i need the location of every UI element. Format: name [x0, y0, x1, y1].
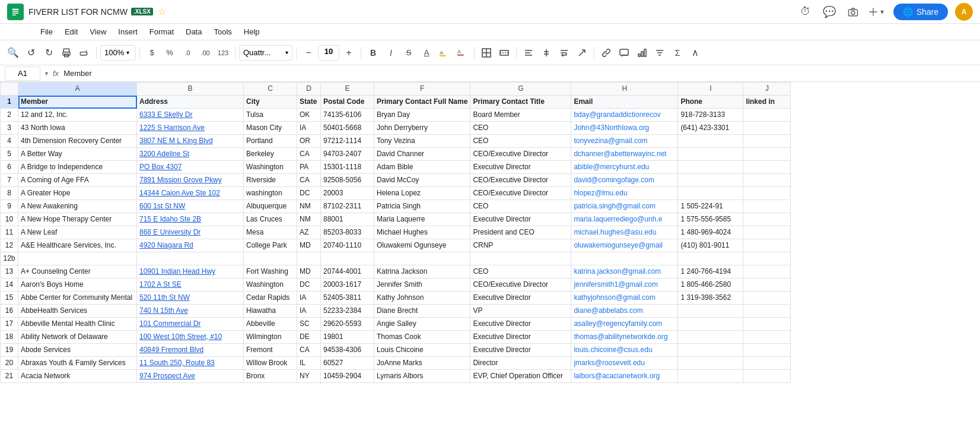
filter-btn[interactable] — [651, 45, 668, 61]
cell-G-3[interactable]: CEO — [470, 122, 571, 135]
cell-B-20[interactable]: 11 South 250, Route 83 — [137, 357, 244, 370]
cell-H-4[interactable]: tonyvezina@gmail.com — [571, 135, 678, 148]
formula-input[interactable] — [63, 66, 975, 81]
bold-btn[interactable]: B — [365, 45, 381, 61]
cell-J-9[interactable] — [743, 200, 791, 213]
cell-J-21[interactable] — [743, 370, 791, 383]
col-header-J[interactable]: J — [743, 83, 791, 96]
insert-chart-btn[interactable] — [634, 45, 650, 61]
cell-A-9[interactable]: A New Awakening — [18, 200, 137, 213]
row-num-cell[interactable]: 15 — [1, 292, 18, 305]
cell-D-17[interactable]: SC — [297, 318, 321, 331]
redo-btn[interactable]: ↻ — [40, 45, 57, 61]
header-cell-H[interactable]: Email — [571, 96, 678, 109]
row-num-cell[interactable]: 6 — [1, 161, 18, 174]
col-header-A[interactable]: A — [18, 83, 137, 96]
cell-H-19[interactable]: louis.chicoine@csus.edu — [571, 344, 678, 357]
cell-C-21[interactable]: Bronx — [244, 370, 297, 383]
cell-F-2[interactable]: Bryan Day — [374, 109, 470, 122]
cell-I-10[interactable]: 1 575-556-9585 — [678, 213, 743, 226]
cell-A-17[interactable]: Abbeville Mental Health Clinic — [18, 318, 137, 331]
cell-C-13[interactable]: Fort Washing — [244, 265, 297, 278]
cell-J-17[interactable] — [743, 318, 791, 331]
cell-B-17[interactable]: 101 Commercial Dr — [137, 318, 244, 331]
cell-B-2[interactable]: 6333 E Skelly Dr — [137, 109, 244, 122]
cell-B-9[interactable]: 600 1st St NW — [137, 200, 244, 213]
cell-G-4[interactable]: CEO — [470, 135, 571, 148]
cell-A-4[interactable]: 4th Dimension Recovery Center — [18, 135, 137, 148]
cell-G-19[interactable]: Executive Director — [470, 344, 571, 357]
cell-A-12b[interactable] — [18, 252, 137, 265]
cell-F-8[interactable]: Helena Lopez — [374, 187, 470, 200]
cell-C-19[interactable]: Fremont — [244, 344, 297, 357]
row-num-cell[interactable]: 4 — [1, 135, 18, 148]
menu-view[interactable]: View — [85, 25, 111, 39]
font-size-box[interactable]: 10 — [318, 45, 339, 61]
col-header-H[interactable]: H — [571, 83, 678, 96]
cell-F-7[interactable]: David McCoy — [374, 174, 470, 187]
row-num-1[interactable]: 1 — [1, 96, 18, 109]
cell-H-8[interactable]: hlopez@lmu.edu — [571, 187, 678, 200]
row-num-cell[interactable]: 21 — [1, 370, 18, 383]
cell-E-11[interactable]: 85203-8033 — [321, 226, 374, 239]
cell-B-12[interactable]: 4920 Niagara Rd — [137, 239, 244, 252]
cell-A-21[interactable]: Acacia Network — [18, 370, 137, 383]
cell-D-12b[interactable] — [297, 252, 321, 265]
cell-E-13[interactable]: 20744-4001 — [321, 265, 374, 278]
cell-I-21[interactable] — [678, 370, 743, 383]
cell-C-6[interactable]: Washington — [244, 161, 297, 174]
col-header-F[interactable]: F — [374, 83, 470, 96]
camera-icon[interactable] — [845, 4, 861, 20]
cell-J-18[interactable] — [743, 331, 791, 344]
cell-B-6[interactable]: PO Box 4307 — [137, 161, 244, 174]
rotate-btn[interactable] — [574, 45, 590, 61]
cell-B-18[interactable]: 100 West 10th Street, #10 — [137, 331, 244, 344]
row-num-cell[interactable]: 12 — [1, 239, 18, 252]
cell-J-16[interactable] — [743, 305, 791, 318]
cell-I-7[interactable] — [678, 174, 743, 187]
strikethrough-btn[interactable]: S — [400, 45, 417, 61]
font-size-increase-btn[interactable]: + — [341, 45, 357, 61]
cell-I-11[interactable]: 1 480-969-4024 — [678, 226, 743, 239]
cell-D-13[interactable]: MD — [297, 265, 321, 278]
cell-D-5[interactable]: CA — [297, 148, 321, 161]
cell-E-12b[interactable] — [321, 252, 374, 265]
cell-I-18[interactable] — [678, 331, 743, 344]
cell-F-12[interactable]: Oluwakemi Ogunseye — [374, 239, 470, 252]
col-header-D[interactable]: D — [297, 83, 321, 96]
functions-btn[interactable]: Σ — [669, 45, 686, 61]
history-icon[interactable]: ⏱ — [797, 4, 814, 20]
cell-F-15[interactable]: Kathy Johnson — [374, 292, 470, 305]
borders-btn[interactable] — [478, 45, 495, 61]
cell-H-21[interactable]: lalbors@acacianetwork.org — [571, 370, 678, 383]
cell-J-11[interactable] — [743, 226, 791, 239]
cell-J-4[interactable] — [743, 135, 791, 148]
cell-D-9[interactable]: NM — [297, 200, 321, 213]
cell-C-18[interactable]: Wilmington — [244, 331, 297, 344]
cell-H-20[interactable]: jmarks@roosevelt.edu — [571, 357, 678, 370]
cell-D-2[interactable]: OK — [297, 109, 321, 122]
cell-H-14[interactable]: jennifersmith1@gmail.com — [571, 278, 678, 292]
search-btn[interactable]: 🔍 — [5, 45, 21, 61]
cell-E-3[interactable]: 50401-5668 — [321, 122, 374, 135]
cell-C-17[interactable]: Abbeville — [244, 318, 297, 331]
cell-A-3[interactable]: 43 North Iowa — [18, 122, 137, 135]
cell-I-4[interactable] — [678, 135, 743, 148]
cell-B-7[interactable]: 7891 Mission Grove Pkwy — [137, 174, 244, 187]
col-header-I[interactable]: I — [678, 83, 743, 96]
menu-file[interactable]: File — [36, 25, 58, 39]
cell-B-15[interactable]: 520 11th St NW — [137, 292, 244, 305]
cell-H-11[interactable]: michael.hughes@asu.edu — [571, 226, 678, 239]
cell-D-20[interactable]: IL — [297, 357, 321, 370]
cell-E-9[interactable]: 87102-2311 — [321, 200, 374, 213]
cell-J-19[interactable] — [743, 344, 791, 357]
header-cell-F[interactable]: Primary Contact Full Name — [374, 96, 470, 109]
cell-F-14[interactable]: Jennifer Smith — [374, 278, 470, 292]
halign-btn[interactable] — [520, 45, 537, 61]
cell-F-11[interactable]: Michael Hughes — [374, 226, 470, 239]
cell-C-11[interactable]: Mesa — [244, 226, 297, 239]
cell-A-20[interactable]: Abraxas Youth & Family Services — [18, 357, 137, 370]
cell-I-8[interactable] — [678, 187, 743, 200]
expand-formula-icon[interactable]: ▾ — [45, 70, 48, 77]
row-num-cell[interactable]: 14 — [1, 278, 18, 292]
